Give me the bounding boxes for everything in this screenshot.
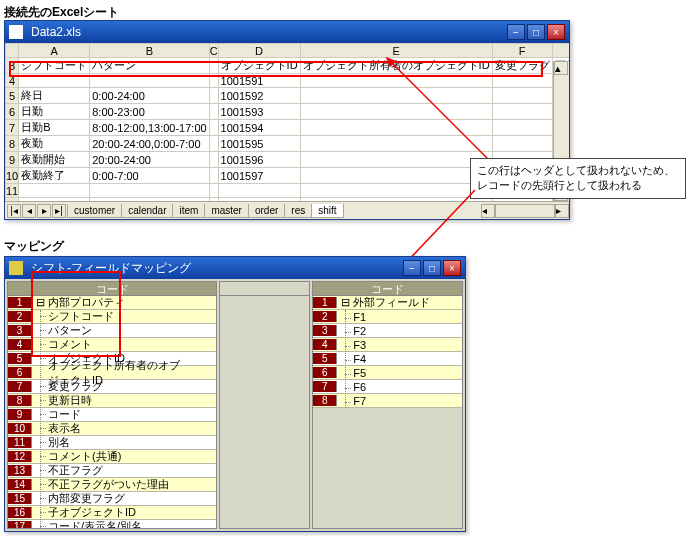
cell[interactable] [209,88,218,104]
property-row[interactable]: 7F6 [313,380,462,394]
cell[interactable]: 1001591 [218,74,300,88]
col-header[interactable]: G [552,44,569,58]
cell[interactable]: 0:00-24:00 [90,88,209,104]
cell[interactable]: 終日 [19,88,90,104]
row-header[interactable]: 6 [6,104,19,120]
cell[interactable] [209,168,218,184]
cell[interactable] [300,88,492,104]
cell[interactable]: オブジェクトID [218,58,300,74]
mapping-maximize-button[interactable]: □ [423,260,441,276]
sheet-tab[interactable]: customer [67,204,122,218]
sheet-tab[interactable]: calendar [121,204,173,218]
cell[interactable] [492,136,552,152]
cell[interactable]: 1001594 [218,120,300,136]
sheet-tab[interactable]: order [248,204,285,218]
cell[interactable]: オブジェクト所有者のオブジェクトID [300,58,492,74]
cell[interactable] [19,184,90,198]
cell[interactable]: 8:00-12:00,13:00-17:00 [90,120,209,136]
row-header[interactable]: 4 [6,74,19,88]
minimize-button[interactable]: − [507,24,525,40]
property-row[interactable]: 2F1 [313,310,462,324]
cell[interactable]: 変更フラグ [492,58,552,74]
cell[interactable] [300,184,492,198]
maximize-button[interactable]: □ [527,24,545,40]
cell[interactable]: 夜勤 [19,136,90,152]
cell[interactable] [300,104,492,120]
property-row[interactable]: 6F5 [313,366,462,380]
row-header[interactable]: 11 [6,184,19,198]
cell[interactable] [209,58,218,74]
col-header[interactable]: B [90,44,209,58]
cell[interactable]: 1001596 [218,152,300,168]
property-row[interactable]: 8F7 [313,394,462,408]
cell[interactable] [209,136,218,152]
cell[interactable] [492,74,552,88]
col-header[interactable]: C [209,44,218,58]
col-header[interactable]: A [19,44,90,58]
row-header[interactable]: 12 [6,198,19,202]
property-row[interactable]: 3F2 [313,324,462,338]
cell[interactable] [209,120,218,136]
cell[interactable]: 日勤 [19,104,90,120]
tab-nav-prev[interactable]: ◂ [22,204,36,218]
cell[interactable] [492,104,552,120]
property-row[interactable]: 4F3 [313,338,462,352]
tab-nav-first[interactable]: |◂ [7,204,21,218]
cell[interactable] [300,74,492,88]
cell[interactable] [90,74,209,88]
cell[interactable] [209,198,218,202]
scroll-up-button[interactable]: ▴ [554,61,568,75]
sheet-tab[interactable]: item [172,204,205,218]
sheet-tab[interactable]: res [284,204,312,218]
tab-nav-next[interactable]: ▸ [37,204,51,218]
cell[interactable]: 1001597 [218,168,300,184]
sheet-tab[interactable]: master [204,204,249,218]
cell[interactable]: 夜勤終了 [19,168,90,184]
tab-nav-last[interactable]: ▸| [52,204,66,218]
cell[interactable] [300,152,492,168]
cell[interactable]: 20:00-24:00,0:00-7:00 [90,136,209,152]
cell[interactable]: シフトコード [19,58,90,74]
cell[interactable] [218,184,300,198]
cell[interactable] [218,198,300,202]
cell[interactable]: 1001593 [218,104,300,120]
row-header[interactable]: 10 [6,168,19,184]
cell[interactable] [19,198,90,202]
cell[interactable]: パターン [90,58,209,74]
cell[interactable] [300,120,492,136]
cell[interactable] [19,74,90,88]
row-header[interactable]: 8 [6,136,19,152]
cell[interactable] [90,184,209,198]
cell[interactable] [300,168,492,184]
property-row[interactable]: 1⊟ 外部フィールド [313,296,462,310]
cell[interactable] [209,74,218,88]
row-header[interactable]: 7 [6,120,19,136]
cell[interactable]: 0:00-7:00 [90,168,209,184]
cell[interactable]: 夜勤開始 [19,152,90,168]
cell[interactable] [492,120,552,136]
cell[interactable] [300,136,492,152]
cell[interactable] [209,152,218,168]
cell[interactable] [492,88,552,104]
row-header[interactable]: 9 [6,152,19,168]
row-header[interactable]: 5 [6,88,19,104]
cell[interactable] [90,198,209,202]
cell[interactable]: 1001592 [218,88,300,104]
cell[interactable] [300,198,492,202]
hscroll-left[interactable]: ◂ [481,204,495,218]
cell[interactable] [209,104,218,120]
cell[interactable]: 日勤B [19,120,90,136]
sheet-tab[interactable]: shift [311,204,343,218]
col-header[interactable]: D [218,44,300,58]
cell[interactable]: 20:00-24:00 [90,152,209,168]
col-header[interactable]: E [300,44,492,58]
hscroll-right[interactable]: ▸ [555,204,569,218]
property-row[interactable]: 5F4 [313,352,462,366]
close-button[interactable]: × [547,24,565,40]
mapping-close-button[interactable]: × [443,260,461,276]
mapping-minimize-button[interactable]: − [403,260,421,276]
cell[interactable]: 1001595 [218,136,300,152]
hscroll-track[interactable] [495,204,555,218]
property-row[interactable]: 1⊟ 内部プロパティ [8,296,216,310]
cell[interactable] [209,184,218,198]
